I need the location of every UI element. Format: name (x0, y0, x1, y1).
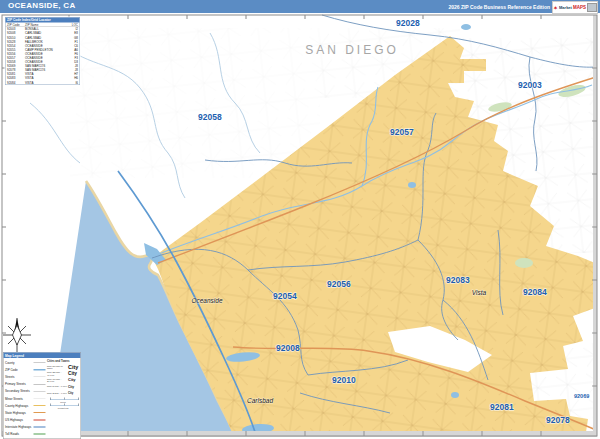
legend-item: Primary Streets (5, 380, 47, 387)
zip-label-92010: 92010 (332, 375, 356, 385)
legend-item: Interstate Highways (5, 423, 47, 430)
zip-label-92084: 92084 (523, 287, 547, 297)
col-zip-name: ZIP Name (25, 23, 69, 27)
logo-thumbnail (587, 3, 597, 12)
map-page: OCEANSIDE, CA 2026 ZIP Code Business Ref… (0, 0, 600, 439)
map-canvas: SAN DIEGO 92028 92003 92058 92057 92056 … (0, 13, 600, 439)
city-label-oceanside: Oceanside (191, 297, 222, 304)
miles-scale-bar (50, 398, 79, 401)
street-line-swatch (34, 377, 46, 378)
zip-label-92057: 92057 (390, 127, 414, 137)
minor-street-swatch (34, 398, 46, 399)
legend-symbols-column: County ZIP Code Streets Primary Streets … (4, 358, 48, 439)
col-zip-code: ZIP Code (7, 23, 25, 27)
zip-label-92008: 92008 (276, 343, 300, 353)
kilometers-label: Kilometers (47, 406, 79, 410)
legend-item: Toll Roads (5, 430, 47, 437)
logo-word-maps: MAPS (573, 5, 586, 10)
city-label-vista: Vista (472, 289, 487, 296)
legend-item: County Highways (5, 402, 47, 409)
legend-item: Streets (5, 373, 47, 380)
zip-label-92003: 92003 (518, 80, 542, 90)
us-highway-swatch (34, 419, 46, 420)
zip-index-table: ZIP Code Index/Grid Locator ZIP Code ZIP… (5, 17, 80, 85)
legend-item: Minor Streets (5, 395, 47, 402)
col-loc: LOC (69, 23, 80, 27)
county-line-swatch (34, 362, 46, 363)
table-row: 92084VISTAI6 (6, 80, 80, 84)
zip-line-swatch (34, 369, 46, 371)
title-bar: OCEANSIDE, CA 2026 ZIP Code Business Ref… (0, 0, 600, 13)
legend-item: Secondary Streets (5, 388, 47, 395)
interstate-swatch (34, 426, 46, 427)
edition-label: 2026 ZIP Code Business Reference Edition (448, 4, 550, 10)
legend-cities-column: Cities and Towns Pop: 50,000 or moreCity… (47, 358, 81, 439)
legend-item: State Highways (5, 409, 47, 416)
secondary-street-swatch (34, 391, 46, 392)
kilometers-scale-bar (50, 404, 79, 407)
county-highway-swatch (34, 405, 46, 406)
state-highway-swatch (34, 412, 46, 413)
county-label: SAN DIEGO (305, 43, 399, 57)
city-label-carlsbad: Carlsbad (247, 397, 273, 404)
toll-road-swatch (34, 434, 46, 435)
zip-label-92069: 92069 (574, 393, 589, 399)
logo-word-market: Market (559, 5, 572, 10)
zip-label-92081: 92081 (490, 402, 514, 412)
zip-label-92056: 92056 (327, 279, 351, 289)
streets-texture-nw (70, 28, 320, 178)
map-legend: Map Legend County ZIP Code Streets Prima… (3, 352, 81, 439)
page-title: OCEANSIDE, CA (8, 1, 75, 10)
zip-label-92083: 92083 (446, 275, 470, 285)
legend-item: US Highways (5, 416, 47, 423)
zip-label-92078: 92078 (546, 415, 570, 425)
primary-street-swatch (34, 384, 46, 385)
legend-item: County (5, 359, 47, 366)
zip-label-92028: 92028 (396, 18, 420, 28)
legend-item: ZIP Code (5, 366, 47, 373)
logo-star-icon: ✶ (553, 5, 558, 11)
zip-label-92054: 92054 (273, 291, 297, 301)
right-margin-strip (593, 15, 597, 437)
city-size-row: Pop: 2,500 - 4,999City (47, 390, 80, 397)
zip-label-92058: 92058 (198, 112, 222, 122)
city-size-row: Pop: 25,000 - 49,999City (47, 370, 80, 377)
city-size-row: Pop: 50,000 or moreCity (47, 364, 80, 371)
scale-bars: Miles Kilometers (47, 398, 80, 410)
map-svg: SAN DIEGO 92028 92003 92058 92057 92056 … (0, 13, 600, 439)
